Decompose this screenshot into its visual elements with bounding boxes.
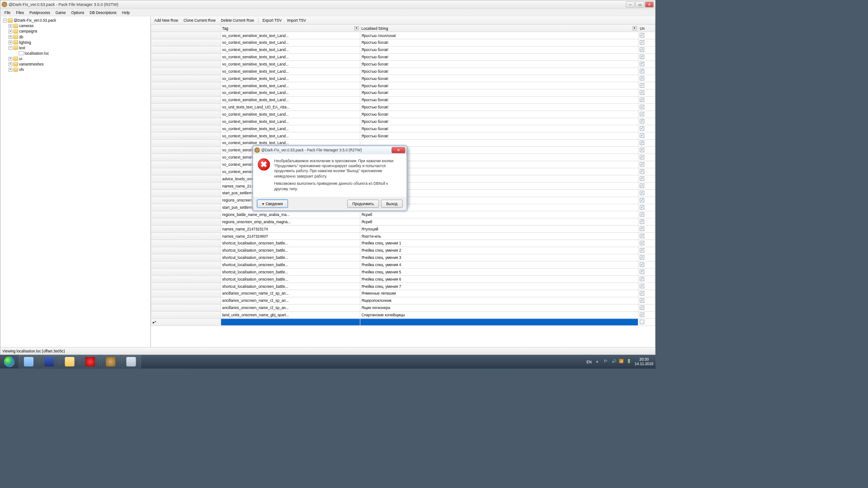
checkbox[interactable] (640, 61, 644, 66)
checkbox[interactable] (640, 255, 644, 260)
table-row[interactable]: vo_context_sensitive_texts_text_Land...Я… (151, 118, 655, 125)
tray-chevron-icon[interactable]: ▴ (596, 359, 602, 364)
checkbox[interactable] (640, 98, 644, 102)
tree-folder[interactable]: +ui (2, 56, 149, 61)
menu-file[interactable]: File (2, 10, 13, 15)
table-row[interactable]: vo_context_sensitive_texts_text_Land...Я… (151, 75, 655, 82)
menu-help[interactable]: Help (119, 10, 132, 15)
table-row[interactable]: ancillaries_onscreen_name_r2_sp_an...Ячм… (151, 290, 655, 297)
maximize-button[interactable]: ▭ (635, 1, 644, 8)
checkbox[interactable] (640, 40, 644, 45)
checkbox[interactable] (640, 162, 644, 166)
table-row[interactable]: shortcut_localisation_onscreen_battle...… (151, 268, 655, 276)
tray-volume-icon[interactable]: 🔊 (612, 359, 617, 364)
checkbox[interactable] (640, 176, 644, 181)
table-row[interactable]: regions_battle_name_emp_arabia_ma...Ясри… (151, 211, 655, 218)
table-row[interactable]: vo_context_sensitive_texts_text_Land...Я… (151, 32, 655, 39)
taskbar-app-explorer[interactable] (60, 355, 80, 368)
checkbox[interactable] (640, 148, 644, 152)
minimize-button[interactable]: ─ (626, 1, 635, 8)
details-button[interactable]: ▾Сведения (257, 200, 288, 208)
menu-files[interactable]: Files (13, 10, 27, 15)
menu-options[interactable]: Options (68, 10, 87, 15)
table-row[interactable]: vo_context_sensitive_texts_text_Land...Я… (151, 53, 655, 61)
checkbox[interactable] (640, 291, 644, 296)
taskbar-app-notepad[interactable] (19, 355, 39, 368)
table-row[interactable]: vo_context_sensitive_texts_text_Land...Я… (151, 111, 655, 118)
tree-panel[interactable]: −@Dark-Fix_ver.0.53.pack+cameras+campaig… (0, 16, 151, 347)
table-row[interactable]: shortcut_localisation_onscreen_battle...… (151, 254, 655, 261)
checkbox[interactable] (640, 284, 644, 288)
checkbox[interactable] (640, 183, 644, 188)
table-row[interactable]: vo_context_sensitive_texts_text_Land...Я… (151, 39, 655, 46)
checkbox[interactable] (640, 269, 644, 274)
table-row[interactable]: ancillaries_onscreen_name_r2_sp_an...Ящи… (151, 304, 655, 311)
checkbox[interactable] (640, 319, 644, 324)
table-row[interactable]: regions_onscreen_emp_arabia_magna...Ясри… (151, 218, 655, 225)
table-row[interactable]: vo_context_sensitive_texts_text_Land...Я… (151, 82, 655, 89)
continue-button[interactable]: Продолжить (347, 200, 379, 208)
checkbox[interactable] (640, 191, 644, 195)
tree-folder[interactable]: +cameras (2, 23, 149, 28)
table-row[interactable]: ancillaries_onscreen_name_r2_sp_an...Яще… (151, 297, 655, 304)
tray-flag-icon[interactable]: 🏳 (604, 359, 609, 364)
checkbox[interactable] (640, 298, 644, 303)
checkbox[interactable] (640, 90, 644, 95)
export-tsv-button[interactable]: Export TSV (260, 18, 283, 23)
taskbar-app-save[interactable] (39, 355, 59, 368)
menu-game[interactable]: Game (53, 10, 69, 15)
table-row[interactable]: shortcut_localisation_onscreen_battle...… (151, 283, 655, 290)
tree-folder[interactable]: −text (2, 45, 149, 51)
checkbox[interactable] (640, 205, 644, 209)
taskbar-app-opera[interactable] (80, 355, 100, 368)
table-row[interactable]: shortcut_localisation_onscreen_battle...… (151, 240, 655, 247)
checkbox[interactable] (640, 33, 644, 38)
tree-file[interactable]: localisation.loc (2, 51, 149, 56)
tree-folder[interactable]: −@Dark-Fix_ver.0.53.pack (2, 18, 149, 23)
table-row[interactable]: vo_unit_texts_text_Land_UO_EA_Atta...Яро… (151, 103, 655, 111)
table-row[interactable]: names_name_2147323174Ятупоций (151, 225, 655, 233)
table-row[interactable]: vo_context_sensitive_texts_text_Land...Я… (151, 125, 655, 132)
menu-db-descriptions[interactable]: DB Descriptions (87, 10, 119, 15)
tray-network-icon[interactable]: 📶 (619, 359, 624, 364)
checkbox[interactable] (640, 83, 644, 88)
menu-postprocess[interactable]: Postprocess (27, 10, 53, 15)
checkbox[interactable] (640, 262, 644, 267)
checkbox[interactable] (640, 198, 644, 202)
table-row[interactable]: vo_context_sensitive_texts_text_Land...Я… (151, 89, 655, 96)
table-row[interactable]: vo_context_sensitive_texts_text_Land...Я… (151, 96, 655, 103)
table-row[interactable]: vo_context_sensitive_texts_text_Land...Я… (151, 68, 655, 75)
import-tsv-button[interactable]: Import TSV (285, 18, 308, 23)
tree-folder[interactable]: +lighting (2, 40, 149, 45)
clock[interactable]: 20:30 14.11.2015 (635, 357, 654, 366)
taskbar-app-doc[interactable] (121, 355, 141, 368)
checkbox[interactable] (640, 54, 644, 59)
checkbox[interactable] (640, 155, 644, 159)
checkbox[interactable] (640, 76, 644, 80)
checkbox[interactable] (640, 312, 644, 317)
table-row[interactable]: shortcut_localisation_onscreen_battle...… (151, 261, 655, 268)
tree-folder[interactable]: +variantmeshes (2, 61, 149, 67)
table-row[interactable]: shortcut_localisation_onscreen_battle...… (151, 247, 655, 254)
checkbox[interactable] (640, 104, 644, 109)
checkbox[interactable] (640, 219, 644, 224)
checkbox[interactable] (640, 119, 644, 123)
filter-icon[interactable]: ▾ (354, 26, 359, 30)
checkbox[interactable] (640, 141, 644, 145)
table-row[interactable]: land_units_onscreen_name_gbj_spart...Спа… (151, 311, 655, 319)
start-button[interactable] (0, 355, 19, 368)
quit-button[interactable]: Выход (381, 200, 403, 208)
checkbox[interactable] (640, 133, 644, 138)
checkbox[interactable] (640, 69, 644, 73)
tree-folder[interactable]: +vfx (2, 67, 149, 72)
new-row[interactable]: ▸* (151, 319, 655, 326)
un-column-header[interactable]: Un (638, 25, 655, 32)
checkbox[interactable] (640, 277, 644, 281)
checkbox[interactable] (640, 212, 644, 216)
checkbox[interactable] (640, 241, 644, 245)
checkbox[interactable] (640, 169, 644, 174)
table-row[interactable]: shortcut_localisation_onscreen_battle...… (151, 276, 655, 283)
clone-row-button[interactable]: Clone Current Row (182, 18, 218, 23)
close-button[interactable]: ✕ (645, 1, 654, 8)
tree-folder[interactable]: +campaigns (2, 28, 149, 34)
